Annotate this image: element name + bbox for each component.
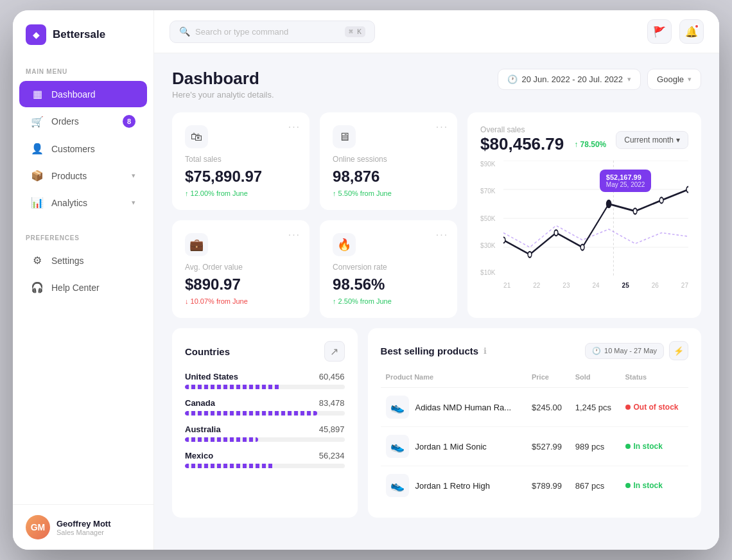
country-name: Canada xyxy=(185,398,215,408)
svg-point-6 xyxy=(528,252,532,258)
keyboard-shortcut: ⌘ K xyxy=(345,26,365,37)
table-row: 👟 Jordan 1 Mid Sonic $527.99 989 pcs xyxy=(381,427,688,466)
table-row: 👟 Jordan 1 Retro High $789.99 867 pcs xyxy=(381,466,688,505)
chevron-down-icon: ▾ xyxy=(132,171,135,180)
overall-sales-chart: Overall sales $80,456.79 ↑ 78.50% Curren… xyxy=(467,112,701,318)
country-name: United States xyxy=(185,372,238,381)
product-name-cell: 👟 Jordan 1 Retro High xyxy=(381,466,527,505)
sidebar-item-label: Settings xyxy=(51,256,84,266)
avatar: GM xyxy=(26,515,50,539)
user-name: Geoffrey Mott xyxy=(57,519,111,529)
app-window: ◆ Bettersale MAIN MENU ▦ Dashboard 🛒 Ord… xyxy=(13,10,719,550)
search-bar[interactable]: 🔍 Search or type command ⌘ K xyxy=(170,21,375,43)
products-title: Best selling products xyxy=(381,346,479,356)
product-thumb: 👟 xyxy=(386,396,409,419)
svg-point-12 xyxy=(686,187,688,193)
search-placeholder: Search or type command xyxy=(195,27,340,37)
progress-bar xyxy=(185,464,345,468)
svg-point-7 xyxy=(554,230,558,236)
page-content: Dashboard Here's your analytic details. … xyxy=(154,53,719,550)
page-title: Dashboard xyxy=(172,69,274,89)
product-status: In stock xyxy=(620,427,688,466)
stat-value: $75,890.97 xyxy=(185,168,297,186)
product-status: Out of stock xyxy=(620,388,688,427)
analytics-icon: 📊 xyxy=(31,197,44,209)
user-info: Geoffrey Mott Sales Manager xyxy=(57,519,111,536)
stat-value: $890.97 xyxy=(185,276,297,293)
logo: ◆ Bettersale xyxy=(13,10,153,57)
stat-change: 5.50% from June xyxy=(333,189,444,197)
progress-bar xyxy=(185,385,345,389)
svg-point-9 xyxy=(607,200,611,207)
svg-point-10 xyxy=(633,208,637,214)
product-name: Jordan 1 Mid Sonic xyxy=(415,442,487,451)
page-subtitle: Here's your analytic details. xyxy=(172,90,274,100)
sidebar: ◆ Bettersale MAIN MENU ▦ Dashboard 🛒 Ord… xyxy=(13,10,154,550)
card-menu-icon[interactable]: ··· xyxy=(436,229,448,241)
sidebar-item-products[interactable]: 📦 Products ▾ xyxy=(19,162,147,189)
page-header: Dashboard Here's your analytic details. … xyxy=(172,69,701,100)
user-role: Sales Manager xyxy=(57,529,111,536)
product-price: $789.99 xyxy=(527,466,570,505)
progress-bar xyxy=(185,411,345,416)
progress-fill xyxy=(185,385,281,389)
status-dot-in xyxy=(625,483,631,488)
search-icon: 🔍 xyxy=(179,26,190,37)
page-header-right: 🕐 20 Jun. 2022 - 20 Jul. 2022 ▾ Google ▾ xyxy=(498,69,701,90)
svg-point-11 xyxy=(659,197,663,203)
countries-header: Countries ↗ xyxy=(185,341,345,362)
svg-point-8 xyxy=(580,245,584,250)
source-picker[interactable]: Google ▾ xyxy=(647,69,701,90)
sidebar-item-customers[interactable]: 👤 Customers xyxy=(19,136,147,162)
chart-period-button[interactable]: Current month ▾ xyxy=(616,131,688,149)
main-content: 🔍 Search or type command ⌘ K 🚩 🔔 Dashboa… xyxy=(154,10,719,550)
sidebar-item-label: Analytics xyxy=(51,198,87,208)
stat-change: 12.00% from June xyxy=(185,189,297,197)
flags-button[interactable]: 🚩 xyxy=(647,19,672,44)
product-name: Jordan 1 Retro High xyxy=(415,481,490,491)
sidebar-item-dashboard[interactable]: ▦ Dashboard xyxy=(19,81,147,107)
product-name-cell: 👟 Jordan 1 Mid Sonic xyxy=(381,427,527,466)
card-menu-icon[interactable]: ··· xyxy=(288,229,301,241)
product-name: Adidas NMD Human Ra... xyxy=(415,403,512,412)
notifications-button[interactable]: 🔔 xyxy=(679,19,704,44)
avg-order-icon: 💼 xyxy=(185,233,208,256)
sidebar-item-label: Products xyxy=(51,171,87,181)
product-thumb: 👟 xyxy=(386,435,409,458)
chevron-down-icon: ▾ xyxy=(688,75,692,83)
country-row: United States 60,456 xyxy=(185,372,345,389)
sidebar-item-analytics[interactable]: 📊 Analytics ▾ xyxy=(19,189,147,216)
status-text: In stock xyxy=(634,481,663,490)
date-range-picker[interactable]: 🕐 20 Jun. 2022 - 20 Jul. 2022 ▾ xyxy=(498,69,641,90)
sidebar-item-help[interactable]: 🎧 Help Center xyxy=(19,274,147,301)
sidebar-item-label: Customers xyxy=(51,144,95,154)
chevron-down-icon: ▾ xyxy=(132,198,135,207)
export-button[interactable]: ↗ xyxy=(324,341,345,362)
orders-badge: 8 xyxy=(123,115,135,128)
pref-nav: ⚙ Settings 🎧 Help Center xyxy=(13,247,153,301)
product-name-cell: 👟 Adidas NMD Human Ra... xyxy=(381,388,527,427)
topbar: 🔍 Search or type command ⌘ K 🚩 🔔 xyxy=(154,10,719,53)
sidebar-item-settings[interactable]: ⚙ Settings xyxy=(19,247,147,274)
stat-card-total-sales: ··· 🛍 Total sales $75,890.97 12.00% from… xyxy=(172,112,309,210)
products-table: Product name Price Sold Status 👟 xyxy=(381,369,688,505)
product-sold: 1,245 pcs xyxy=(570,388,620,427)
stat-card-conversion: ··· 🔥 Conversion rate 98.56% 2.50% from … xyxy=(320,220,457,318)
product-price: $245.00 xyxy=(527,388,570,427)
info-icon[interactable]: ℹ xyxy=(484,346,487,356)
stat-value: 98,876 xyxy=(333,168,444,186)
stat-card-avg-order: ··· 💼 Avg. Order value $890.97 10.07% fr… xyxy=(172,220,309,318)
filter-button[interactable]: ⚡ xyxy=(669,341,688,360)
card-menu-icon[interactable]: ··· xyxy=(436,121,448,133)
status-text: In stock xyxy=(634,442,663,451)
sidebar-item-orders[interactable]: 🛒 Orders 8 xyxy=(19,108,147,135)
status-dot-out xyxy=(625,405,631,410)
stat-card-online-sessions: ··· 🖥 Online sessions 98,876 5.50% from … xyxy=(320,112,457,210)
notification-dot xyxy=(694,24,699,29)
bottom-grid: Countries ↗ United States 60,456 xyxy=(172,328,701,518)
chart-value: $80,456.79 xyxy=(480,134,564,154)
card-menu-icon[interactable]: ··· xyxy=(288,121,301,133)
progress-fill xyxy=(185,437,258,442)
chart-title-block: Overall sales $80,456.79 ↑ 78.50% xyxy=(480,125,606,154)
country-row: Australia 45,897 xyxy=(185,424,345,442)
